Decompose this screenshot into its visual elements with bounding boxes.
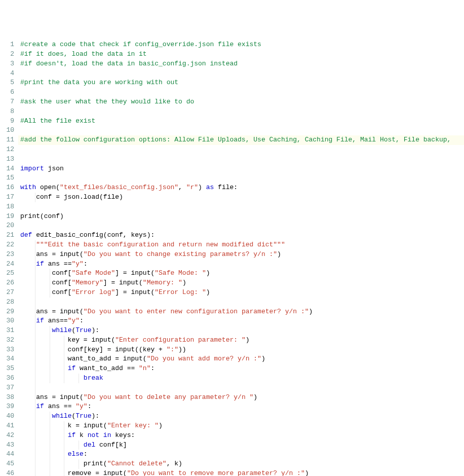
code-line[interactable]: #print the data you are working with out	[20, 78, 464, 88]
line-number: 43	[0, 441, 14, 450]
line-number: 28	[0, 298, 14, 307]
code-line[interactable]: ans = input("Do you want to change exist…	[20, 250, 464, 260]
code-text: #create a code that check if config_over…	[20, 41, 261, 48]
code-line[interactable]: key = input("Enter configuration paramet…	[20, 336, 464, 345]
indent-guide	[35, 269, 35, 278]
code-line[interactable]: want_to_add = input("Do you want add mor…	[20, 354, 464, 364]
code-line[interactable]: print("Cannot delete", k)	[20, 459, 464, 469]
code-line[interactable]	[20, 69, 464, 79]
line-number: 45	[0, 459, 14, 469]
line-number: 25	[0, 269, 14, 278]
code-line[interactable]: conf["Safe Mode"] = input("Safe Mode: ")	[20, 269, 464, 278]
indent-guide	[35, 393, 35, 402]
code-line[interactable]	[20, 202, 464, 212]
code-line[interactable]: conf["Error log"] = input("Error Log: ")	[20, 288, 464, 298]
code-line[interactable]: print(conf)	[20, 212, 464, 222]
line-number: 9	[0, 117, 14, 126]
code-line[interactable]: #add the follow configuration options: A…	[18, 135, 464, 145]
code-line[interactable]: """Edit the basic configuration and retu…	[20, 240, 464, 250]
code-line[interactable]: #All the file exist	[20, 117, 464, 126]
line-number: 38	[0, 393, 14, 402]
code-line[interactable]: conf[key] = input((key + ":"))	[20, 345, 464, 355]
indent-guide	[50, 354, 50, 364]
code-text: def edit_basic_config(conf, keys):	[20, 231, 154, 239]
code-text: else:	[20, 450, 88, 458]
indent-guide	[64, 345, 64, 355]
line-number: 10	[0, 126, 14, 135]
line-number-gutter: 1234567891011121314151617181920212223242…	[0, 38, 20, 476]
code-line[interactable]: if k not in keys:	[20, 431, 464, 441]
code-line[interactable]	[20, 173, 464, 183]
code-line[interactable]: #ask the user what the they would like t…	[20, 97, 464, 107]
line-number: 12	[0, 145, 14, 155]
code-line[interactable]: k = input("Enter key: ")	[20, 421, 464, 431]
code-line[interactable]: while(True):	[20, 412, 464, 421]
indent-guide	[35, 298, 35, 307]
indent-guide	[35, 374, 35, 383]
code-line[interactable]: del conf[k]	[20, 441, 464, 450]
indent-guide	[64, 441, 64, 450]
line-number: 37	[0, 383, 14, 393]
code-line[interactable]: break	[20, 374, 464, 383]
code-line[interactable]: conf = json.load(file)	[20, 193, 464, 202]
code-line[interactable]: conf["Memory"] = input("Memory: ")	[20, 278, 464, 288]
code-line[interactable]: ans = input("Do you want to enter new co…	[20, 307, 464, 317]
indent-guide	[64, 431, 64, 441]
code-line[interactable]: if ans =="y":	[20, 260, 464, 269]
line-number: 19	[0, 212, 14, 222]
code-line[interactable]: #create a code that check if config_over…	[20, 40, 464, 50]
indent-guide	[35, 450, 35, 459]
code-line[interactable]: if want_to_add == "n":	[20, 364, 464, 374]
code-text: #print the data you are working with out	[20, 79, 178, 86]
code-line[interactable]	[20, 88, 464, 97]
code-line[interactable]: with open("text_files/basic_config.json"…	[20, 183, 464, 193]
line-number: 22	[0, 240, 14, 250]
code-line[interactable]: def edit_basic_config(conf, keys):	[20, 231, 464, 240]
indent-guide	[50, 412, 50, 421]
line-number: 34	[0, 354, 14, 364]
line-number: 21	[0, 231, 14, 240]
code-line[interactable]: if ans == "y":	[20, 402, 464, 412]
indent-guide	[64, 459, 64, 469]
indent-guide	[50, 345, 50, 355]
code-line[interactable]	[20, 383, 464, 393]
code-line[interactable]: if ans=="y":	[20, 316, 464, 326]
indent-guide	[50, 269, 50, 278]
code-line[interactable]: else:	[20, 450, 464, 459]
code-text: conf = json.load(file)	[20, 193, 123, 201]
indent-guide	[35, 421, 35, 431]
indent-guide	[50, 374, 50, 383]
line-number: 14	[0, 164, 14, 174]
line-number: 11	[0, 135, 14, 145]
code-line[interactable]: remove = input("Do you want to remove mo…	[20, 469, 464, 476]
indent-guide	[35, 326, 35, 336]
indent-guide	[50, 336, 50, 345]
code-line[interactable]: while(True):	[20, 326, 464, 336]
indent-guide	[50, 278, 50, 288]
line-number: 27	[0, 288, 14, 298]
code-text: key = input("Enter configuration paramet…	[20, 336, 250, 344]
code-area[interactable]: #create a code that check if config_over…	[20, 38, 464, 476]
indent-guide	[50, 326, 50, 336]
line-number: 30	[0, 316, 14, 326]
indent-guide	[35, 402, 35, 412]
code-line[interactable]	[20, 155, 464, 164]
code-line[interactable]: import json	[20, 164, 464, 174]
code-text: #if it does, load the data in it	[20, 50, 147, 58]
code-line[interactable]	[20, 298, 464, 307]
indent-guide	[79, 459, 79, 469]
code-line[interactable]	[20, 145, 464, 155]
indent-guide	[64, 354, 64, 364]
code-line[interactable]	[20, 221, 464, 231]
line-number: 8	[0, 107, 14, 117]
code-text: if want_to_add == "n":	[20, 364, 154, 372]
code-line[interactable]: #if doesn't, load the data in basic_conf…	[20, 59, 464, 69]
code-editor[interactable]: 1234567891011121314151617181920212223242…	[0, 38, 464, 476]
code-text: del conf[k]	[20, 441, 127, 449]
code-line[interactable]	[20, 107, 464, 117]
code-line[interactable]: ans = input("Do you want to delete any p…	[20, 393, 464, 402]
line-number: 23	[0, 250, 14, 260]
code-line[interactable]	[20, 126, 464, 135]
line-number: 32	[0, 336, 14, 345]
code-line[interactable]: #if it does, load the data in it	[20, 50, 464, 59]
